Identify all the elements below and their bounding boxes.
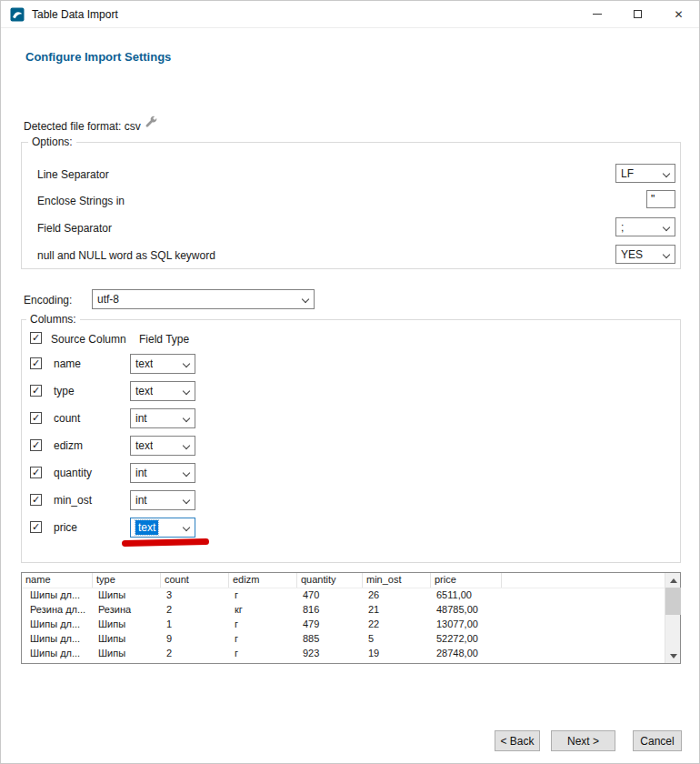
- field-separator-select[interactable]: ;: [615, 217, 675, 236]
- scrollbar-down-button[interactable]: [665, 648, 681, 663]
- encoding-select[interactable]: utf-8: [92, 289, 315, 309]
- preview-header-cell: count: [161, 573, 229, 588]
- preview-table: name type count edizm quantity min_ost p…: [21, 572, 681, 664]
- combo-value: ;: [621, 221, 624, 234]
- column-checkbox-quantity[interactable]: ✓: [30, 467, 42, 478]
- preview-header-cell: price: [431, 573, 502, 588]
- combo-value: LF: [621, 167, 634, 180]
- app-icon: [10, 7, 25, 22]
- null-keyword-select[interactable]: YES: [615, 245, 675, 264]
- select-all-checkbox[interactable]: ✓: [30, 332, 42, 344]
- chevron-down-icon: [183, 497, 190, 504]
- page-title: Configure Import Settings: [25, 50, 171, 64]
- line-separator-select[interactable]: LF: [615, 164, 675, 183]
- table-cell: Шипы дл...: [22, 647, 93, 661]
- maximize-button[interactable]: [617, 1, 658, 28]
- arrow-down-icon: [670, 654, 677, 658]
- preview-header-cell: edizm: [229, 573, 297, 588]
- column-label-min-ost: min_ost: [54, 494, 92, 507]
- table-row: Шипы дл... Шипы 3 г 470 26 6511,00: [22, 588, 665, 603]
- chevron-down-icon: [663, 170, 670, 177]
- table-cell: кг: [229, 603, 297, 618]
- combo-value: int: [135, 412, 147, 425]
- cancel-button[interactable]: Cancel: [633, 730, 682, 751]
- table-cell: 22: [363, 618, 431, 632]
- scrollbar-thumb[interactable]: [665, 588, 681, 615]
- columns-legend: Columns:: [26, 313, 80, 326]
- field-separator-label: Field Separator: [37, 222, 112, 235]
- table-cell: 48785,00: [431, 603, 502, 618]
- table-cell: Шипы дл...: [22, 588, 93, 603]
- check-icon: ✓: [32, 358, 40, 368]
- scrollbar-track[interactable]: [665, 573, 680, 663]
- field-type-select-type[interactable]: text: [130, 381, 195, 401]
- table-cell: г: [229, 618, 297, 632]
- column-checkbox-min-ost[interactable]: ✓: [30, 494, 42, 506]
- line-separator-label: Line Separator: [37, 168, 109, 181]
- table-cell: г: [229, 588, 297, 603]
- scrollbar-up-button[interactable]: [665, 573, 681, 588]
- table-cell: 2: [161, 647, 229, 661]
- combo-value-selected: text: [135, 520, 158, 535]
- table-cell: 9: [161, 632, 229, 647]
- combo-value: text: [135, 385, 153, 397]
- null-keyword-label: null and NULL word as SQL keyword: [37, 249, 215, 262]
- chevron-down-icon: [183, 469, 190, 477]
- table-cell: 6511,00: [431, 588, 502, 603]
- table-row: Шипы дл... Шипы 1 г 479 22 13077,00: [22, 618, 665, 632]
- table-cell: 19: [363, 647, 431, 661]
- enclose-strings-input[interactable]: [646, 190, 675, 208]
- table-cell: 13077,00: [431, 618, 502, 632]
- field-type-select-price[interactable]: text: [130, 518, 195, 538]
- table-cell: Шипы дл...: [22, 618, 93, 632]
- table-cell: Шипы дл...: [22, 632, 93, 647]
- preview-header-cell: type: [93, 573, 161, 588]
- column-checkbox-count[interactable]: ✓: [30, 412, 42, 424]
- combo-value: int: [135, 467, 147, 479]
- column-checkbox-type[interactable]: ✓: [30, 385, 42, 397]
- check-icon: ✓: [32, 413, 40, 423]
- back-button[interactable]: < Back: [495, 730, 540, 751]
- table-cell: 1: [161, 618, 229, 632]
- combo-value: utf-8: [97, 293, 119, 306]
- table-row: Резина дл... Резина 2 кг 816 21 48785,00: [22, 603, 665, 618]
- check-icon: ✓: [32, 440, 40, 450]
- field-type-select-count[interactable]: int: [130, 408, 195, 428]
- table-cell: Резина дл...: [22, 603, 93, 618]
- maximize-icon: [634, 10, 642, 18]
- table-data-import-window: Table Data Import ✕ Configure Import Set…: [0, 0, 700, 764]
- field-type-select-quantity[interactable]: int: [130, 463, 195, 483]
- column-checkbox-price[interactable]: ✓: [30, 521, 42, 533]
- table-cell: г: [229, 632, 297, 647]
- combo-value: YES: [621, 248, 643, 261]
- wrench-icon[interactable]: [145, 116, 158, 129]
- chevron-down-icon: [183, 442, 190, 449]
- chevron-down-icon: [663, 251, 670, 258]
- table-cell: Шипы: [93, 588, 161, 603]
- close-button[interactable]: ✕: [658, 1, 699, 28]
- check-icon: ✓: [32, 522, 40, 532]
- check-icon: ✓: [32, 333, 40, 343]
- column-label-edizm: edizm: [54, 439, 83, 452]
- table-cell: 923: [297, 647, 363, 661]
- combo-value: text: [135, 439, 153, 452]
- check-icon: ✓: [32, 467, 40, 478]
- field-type-select-min-ost[interactable]: int: [130, 490, 195, 510]
- table-cell: Шипы: [93, 618, 161, 632]
- column-label-type: type: [54, 385, 75, 397]
- table-cell: 3: [161, 588, 229, 603]
- minimize-button[interactable]: [576, 1, 617, 28]
- field-type-select-edizm[interactable]: text: [130, 436, 195, 456]
- chevron-down-icon: [183, 387, 190, 395]
- table-cell: Шипы: [93, 632, 161, 647]
- table-cell: г: [229, 647, 297, 661]
- preview-content: name type count edizm quantity min_ost p…: [22, 573, 665, 663]
- field-type-select-name[interactable]: text: [130, 354, 195, 374]
- column-checkbox-name[interactable]: ✓: [30, 357, 42, 369]
- next-button[interactable]: Next >: [551, 730, 615, 751]
- detected-format-label: Detected file format: csv: [24, 120, 141, 133]
- column-checkbox-edizm[interactable]: ✓: [30, 439, 42, 451]
- table-cell: 470: [297, 588, 363, 603]
- chevron-down-icon: [183, 415, 190, 422]
- check-icon: ✓: [32, 495, 40, 505]
